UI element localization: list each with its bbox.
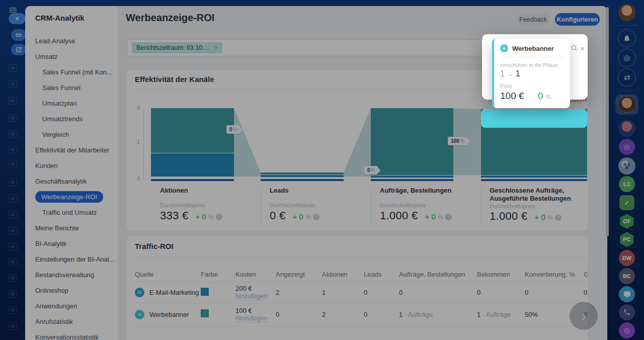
tooltip-phase-value: 1 → 1: [500, 69, 564, 78]
tooltip-phase-label: verschoben in die Phase: [500, 62, 564, 68]
tooltip-price-value: 100 € 0 %: [500, 91, 564, 102]
funnel-highlighted-segment-werbebanner[interactable]: [481, 109, 587, 128]
search-icon[interactable]: [571, 44, 578, 52]
close-icon[interactable]: ×: [580, 44, 585, 53]
tooltip-title: Werbebanner: [512, 45, 554, 52]
star-icon: ★: [500, 44, 508, 52]
tooltip-price-label: Preis: [500, 83, 564, 89]
werbebanner-tooltip: ★ Werbebanner verschoben in die Phase 1 …: [492, 39, 570, 108]
